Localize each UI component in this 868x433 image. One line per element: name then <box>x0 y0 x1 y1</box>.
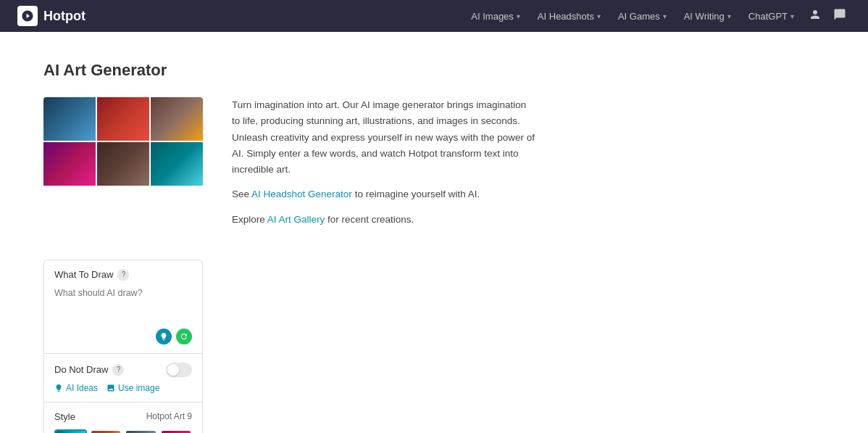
what-to-draw-section: What To Draw ? <box>44 260 202 354</box>
main-content: AI Art Generator Turn imagination into a… <box>0 32 868 433</box>
chevron-down-icon: ▾ <box>517 12 520 20</box>
style-section: Style Hotpot Art 9 <box>44 403 202 433</box>
use-image-label: Use image <box>118 383 159 393</box>
art-preview-grid <box>43 97 203 236</box>
style-thumb-1[interactable] <box>54 429 87 433</box>
nav-item-chatgpt[interactable]: ChatGPT ▾ <box>741 7 801 26</box>
description-text-2: See AI Headshot Generator to reimagine y… <box>232 186 536 202</box>
style-thumb-2[interactable] <box>90 429 122 433</box>
do-not-draw-label: Do Not Draw <box>54 364 108 375</box>
style-grid <box>54 429 192 433</box>
art-cell-6 <box>151 142 203 186</box>
description-panel: Turn imagination into art. Our AI image … <box>232 97 536 236</box>
description-text-1: Turn imagination into art. Our AI image … <box>232 97 536 178</box>
chevron-down-icon: ▾ <box>663 12 667 20</box>
refresh-icon[interactable] <box>176 329 192 345</box>
style-value: Hotpot Art 9 <box>146 411 192 421</box>
what-to-draw-header: What To Draw ? <box>54 269 192 281</box>
chevron-down-icon: ▾ <box>727 12 731 20</box>
style-thumb-3[interactable] <box>125 429 157 433</box>
do-not-draw-section: Do Not Draw ? AI Ideas Use image <box>44 354 202 403</box>
art-cell-2 <box>97 97 149 141</box>
nav-items: AI Images ▾ AI Headshots ▾ AI Games ▾ AI… <box>464 4 851 28</box>
style-label: Style <box>54 411 75 422</box>
art-cell-4 <box>43 142 96 186</box>
ai-ideas-link[interactable]: AI Ideas <box>54 383 98 393</box>
logo-icon <box>17 6 38 26</box>
use-image-link[interactable]: Use image <box>107 383 159 393</box>
art-cell-1 <box>43 97 96 141</box>
form-panel: What To Draw ? Do Not Draw <box>43 260 203 433</box>
nav-item-ai-writing[interactable]: AI Writing ▾ <box>677 7 738 26</box>
textarea-icons <box>54 329 192 345</box>
description-text-3: Explore AI Art Gallery for recent creati… <box>232 212 536 228</box>
do-not-draw-help-icon[interactable]: ? <box>112 364 124 376</box>
logo[interactable]: Hotpot <box>17 6 85 26</box>
chevron-down-icon: ▾ <box>790 12 794 20</box>
what-to-draw-help-icon[interactable]: ? <box>117 269 129 281</box>
do-not-draw-row: Do Not Draw ? <box>54 363 192 377</box>
style-thumb-4[interactable] <box>160 429 193 433</box>
art-cell-3 <box>151 97 203 141</box>
what-to-draw-label: What To Draw <box>54 269 113 280</box>
link-row: AI Ideas Use image <box>54 383 192 393</box>
content-row: Turn imagination into art. Our AI image … <box>43 97 825 236</box>
do-not-draw-toggle[interactable] <box>166 363 192 377</box>
art-gallery-link[interactable]: AI Art Gallery <box>267 214 325 225</box>
chat-icon[interactable] <box>829 4 851 28</box>
logo-text: Hotpot <box>43 9 85 24</box>
headshot-generator-link[interactable]: AI Headshot Generator <box>251 189 352 199</box>
nav-item-ai-headshots[interactable]: AI Headshots ▾ <box>530 7 608 26</box>
chevron-down-icon: ▾ <box>597 12 601 20</box>
nav-item-ai-games[interactable]: AI Games ▾ <box>611 7 674 26</box>
do-not-draw-header: Do Not Draw ? <box>54 364 124 376</box>
navbar: Hotpot AI Images ▾ AI Headshots ▾ AI Gam… <box>0 0 868 32</box>
user-icon[interactable] <box>804 4 826 28</box>
ai-ideas-label: AI Ideas <box>66 383 98 393</box>
bulb-icon[interactable] <box>156 329 172 345</box>
what-to-draw-input[interactable] <box>54 286 192 323</box>
nav-item-ai-images[interactable]: AI Images ▾ <box>464 7 527 26</box>
draw-input-wrapper <box>54 286 192 345</box>
art-cell-5 <box>97 142 149 186</box>
page-title: AI Art Generator <box>43 61 825 80</box>
style-header-row: Style Hotpot Art 9 <box>54 411 192 422</box>
